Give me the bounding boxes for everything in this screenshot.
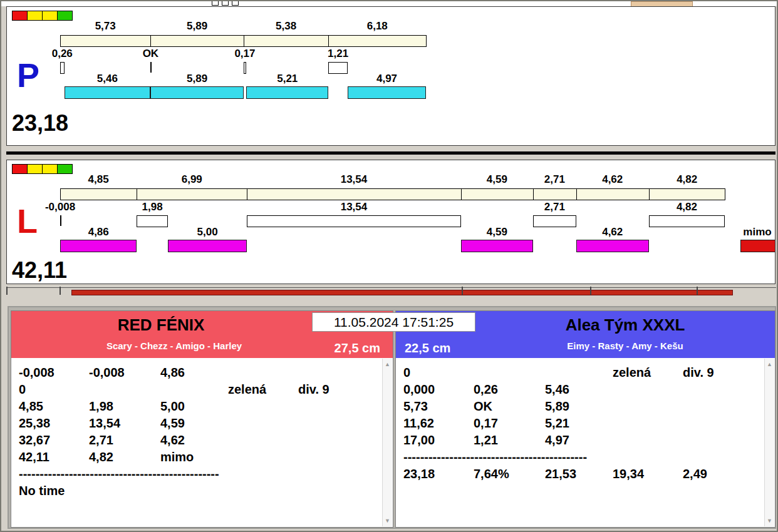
team-players-right: Eimy - Rasty - Amy - Kešu	[475, 340, 775, 351]
table-cell: 1,98	[89, 398, 160, 415]
throw-bar	[576, 240, 649, 252]
out-of-range-bar	[740, 240, 775, 252]
segment-value-label: 4,82	[677, 174, 697, 186]
team-table-left: -0,008-0,0084,860zelenádiv. 94,851,985,0…	[11, 358, 393, 527]
table-cell	[545, 364, 613, 381]
measure-panel-p: 5,735,895,386,180,26OK0,171,215,465,895,…	[6, 6, 775, 146]
ruler-tick	[60, 287, 61, 295]
datetime-display: 11.05.2024 17:51:25	[312, 312, 475, 332]
segment-value-label: 6,99	[182, 174, 202, 186]
team-panel-left: RED FÉNIX Scary - Chezz - Amigo - Harley…	[11, 310, 393, 528]
status-square	[57, 11, 73, 21]
lane-total: 42,11	[12, 259, 67, 282]
table-cell: 21,53	[545, 466, 613, 483]
reference-bar-segment	[533, 188, 576, 200]
scroll-up-icon[interactable]: ▲	[765, 360, 774, 369]
table-row: No time	[11, 483, 393, 499]
team-table-right: 0zelenádiv. 90,0000,265,465,73OK5,8911,6…	[396, 358, 775, 527]
segment-value-label: 13,54	[341, 174, 368, 186]
throw-value-label: 5,00	[197, 227, 218, 238]
table-cell	[298, 364, 393, 381]
table-cell: div. 9	[298, 381, 393, 398]
table-row: 17,001,214,97	[396, 432, 775, 449]
table-cell	[613, 381, 683, 398]
status-square	[27, 11, 43, 21]
table-cell: 17,00	[403, 432, 474, 449]
deviation-value-label: 0,17	[234, 48, 255, 60]
throw-bar	[168, 240, 247, 252]
table-cell: 1,21	[474, 432, 545, 449]
scroll-down-icon[interactable]: ▼	[765, 516, 774, 525]
deviation-box	[649, 215, 725, 227]
reference-bar-segment	[60, 35, 151, 47]
table-cell	[474, 364, 545, 381]
table-cell: 4,59	[160, 415, 228, 432]
table-cell	[613, 398, 683, 415]
reference-bar-segment	[328, 35, 427, 47]
team-name-right: Alea Tým XXXL	[475, 315, 775, 335]
table-cell	[89, 483, 160, 499]
throw-bar	[246, 86, 328, 99]
table-cell: 5,89	[545, 398, 613, 415]
throw-bar	[150, 86, 243, 99]
table-cell: 2,71	[89, 432, 160, 449]
deviation-box	[244, 62, 246, 74]
status-square	[12, 164, 28, 174]
scroll-up-icon[interactable]: ▲	[383, 360, 392, 369]
table-cell: 11,62	[403, 415, 474, 432]
length-ruler[interactable]	[6, 285, 776, 298]
measure-panel-l: 4,856,9913,544,592,714,624,82-0,0081,981…	[6, 160, 775, 284]
deviation-value-label: 4,82	[677, 202, 697, 213]
table-cell: 0	[403, 364, 474, 381]
table-cell: zelená	[613, 364, 683, 381]
table-row: 42,114,82mimo	[11, 449, 393, 466]
lane-total: 23,18	[12, 112, 68, 135]
table-cell	[228, 364, 298, 381]
table-row: 5,73OK5,89	[396, 398, 775, 415]
table-row: 32,672,714,62	[11, 432, 393, 449]
section-divider	[6, 151, 775, 155]
table-cell	[683, 415, 775, 432]
table-cell	[228, 415, 298, 432]
throw-bar	[348, 86, 426, 99]
reference-bar-segment	[60, 188, 137, 200]
segment-value-label: 2,71	[544, 174, 565, 186]
table-cell: 19,34	[613, 466, 683, 483]
table-cell: -0,008	[89, 364, 160, 381]
table-cell: 0	[19, 381, 89, 398]
deviation-value-label: 2,71	[544, 202, 565, 213]
deviation-box	[137, 215, 168, 227]
segment-value-label: 4,59	[487, 174, 507, 186]
ruler-tick	[697, 287, 698, 295]
throw-value-label: 5,46	[97, 73, 118, 85]
table-row: 0zelenádiv. 9	[396, 364, 775, 381]
reference-bar-segment	[461, 188, 534, 200]
table-cell: 0,26	[474, 381, 545, 398]
table-cell: 7,64%	[474, 466, 545, 483]
table-cell: div. 9	[683, 364, 775, 381]
status-square	[42, 164, 58, 174]
table-cell	[298, 415, 393, 432]
table-cell: 4,86	[160, 364, 228, 381]
lane-letter: P	[17, 58, 39, 92]
table-cell: 42,11	[19, 449, 89, 466]
throw-bar	[65, 86, 151, 99]
table-cell: 5,00	[160, 398, 228, 415]
reference-bar-segment	[150, 35, 244, 47]
table-cell	[160, 381, 228, 398]
reference-bar-segment	[244, 35, 329, 47]
scrollbar-left[interactable]: ▲ ▼	[382, 359, 392, 526]
table-cell	[683, 432, 775, 449]
segment-value-label: 5,89	[187, 21, 207, 33]
table-cell: 5,73	[403, 398, 474, 415]
table-separator: ----------------------------------------…	[396, 449, 775, 466]
table-cell	[683, 381, 775, 398]
out-of-range-label: mimo	[743, 227, 771, 238]
top-strip	[1, 1, 777, 6]
table-row: -0,008-0,0084,86	[11, 364, 393, 381]
scroll-down-icon[interactable]: ▼	[383, 516, 392, 525]
table-row: 0,0000,265,46	[396, 381, 775, 398]
scrollbar-right[interactable]: ▲ ▼	[764, 359, 774, 526]
table-cell: 2,49	[683, 466, 775, 483]
deviation-box	[533, 215, 576, 227]
